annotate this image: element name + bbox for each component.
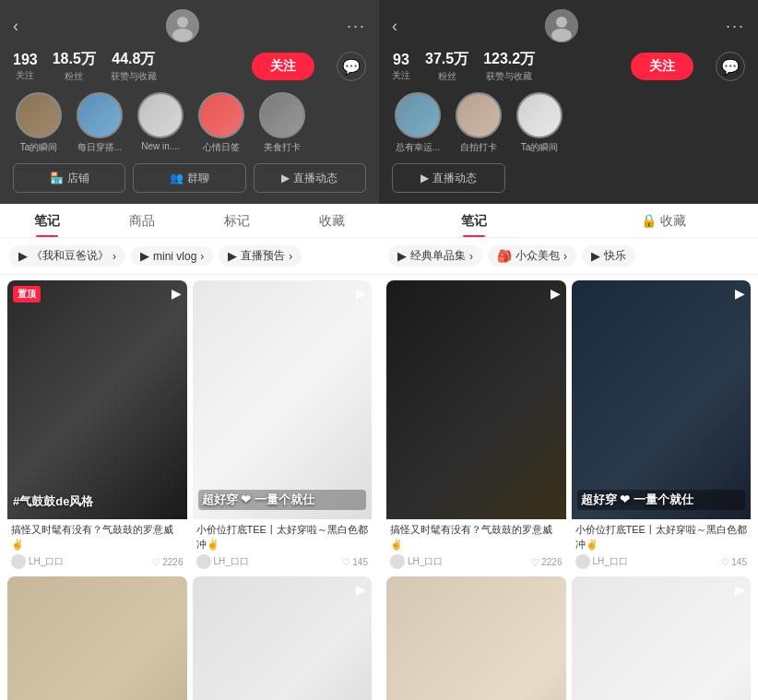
right-story-item-0[interactable]: 总有幸运... (392, 92, 444, 154)
story-item-3[interactable]: 心情日签 (195, 92, 247, 154)
right-follow-button[interactable]: 关注 (631, 53, 693, 80)
tab-tags[interactable]: 标记 (190, 204, 285, 237)
tab-products[interactable]: 商品 (95, 204, 190, 237)
back-button[interactable]: ‹ (13, 17, 18, 36)
story-item-4[interactable]: 美食打卡 (256, 92, 308, 154)
right-card-2[interactable]: 百搭小白鞋 6双百搭小白鞋！舒适好看～365天想天天都穿 梦戈 ♡ 2676 (386, 576, 566, 700)
heart-icon-1: ♡ (342, 557, 350, 567)
card-title-0: 搞怪又时髦有没有？气鼓鼓的罗意威✌ (11, 523, 184, 552)
avatar (166, 9, 199, 42)
story-item-2[interactable]: New in.... (135, 92, 186, 154)
right-heart-icon-0: ♡ (531, 557, 539, 567)
tab-notes[interactable]: 笔记 (0, 204, 95, 237)
play-icon-3: ▶ (356, 582, 366, 597)
right-more-button[interactable]: ··· (726, 17, 745, 36)
right-card-1[interactable]: ▶ 超好穿 ❤ 一量个就仕 小价位打底TEE丨太好穿啦～黑白色都冲✌ LH_口口… (572, 280, 752, 571)
stat-likes: 44.8万 获赞与收藏 (111, 50, 157, 83)
more-button[interactable]: ··· (347, 17, 366, 36)
right-card-meta-0: LH_口口 ♡ 2226 (390, 554, 563, 569)
category-0[interactable]: ▶ 《我和豆爸说》 › (9, 245, 125, 267)
category-2[interactable]: ▶ 直播预告 › (219, 245, 302, 267)
card-overlay-1: 超好穿 ❤ 一量个就仕 (198, 490, 367, 510)
play-icon-1: ▶ (356, 286, 366, 301)
badge-top: 置顶 (13, 286, 41, 303)
card-likes-0: ♡ 2226 (152, 557, 183, 567)
card-1[interactable]: ▶ 超好穿 ❤ 一量个就仕 小价位打底TEE丨太好穿啦～黑白色都冲✌ LH_口口… (193, 280, 373, 571)
card-title-1: 小价位打底TEE丨太好穿啦～黑白色都冲✌ (196, 523, 369, 552)
category-icon-0: ▶ (18, 249, 28, 263)
right-story-item-2[interactable]: Ta的瞬间 (514, 92, 565, 154)
right-author-avatar-1 (575, 554, 590, 569)
right-story-item-1[interactable]: 自拍打卡 (453, 92, 504, 154)
right-author-name-1: LH_口口 (593, 555, 628, 568)
stat-follow: 193 关注 (13, 52, 38, 82)
right-stories-row: 总有幸运... 自拍打卡 Ta的瞬间 (392, 92, 745, 154)
author-avatar-0 (11, 554, 26, 569)
stories-row: Ta的瞬间 每日穿搭... New in.... 心情日签 美食打卡 (13, 92, 366, 154)
stats-row: 193 关注 18.5万 粉丝 44.8万 获赞与收藏 关注 💬 (13, 50, 366, 83)
heart-icon-0: ♡ (152, 557, 160, 567)
right-stats-row: 93 关注 37.5万 粉丝 123.2万 获赞与收藏 关注 💬 (392, 50, 745, 83)
tab-favorites[interactable]: 收藏 (284, 204, 379, 237)
right-play-icon-3: ▶ (735, 582, 745, 597)
right-category-0[interactable]: ▶ 经典单品集 › (388, 245, 482, 267)
tabs-row: 笔记 商品 标记 收藏 (0, 204, 379, 238)
right-card-likes-1: ♡ 145 (721, 557, 747, 567)
right-message-button[interactable]: 💬 (716, 52, 745, 81)
card-2[interactable]: 百搭小白鞋 6双百搭小白鞋！舒适好看～365天想天天都穿 梦戈 ♡ 2676 (7, 576, 187, 700)
card-3[interactable]: ▶ 2.21直播预告下！首饰、靴子、包包、美护日用 梦戈 ♡ 352 (193, 576, 373, 700)
author-name-0: LH_口口 (29, 555, 64, 568)
card-meta-1: LH_口口 ♡ 145 (196, 554, 369, 569)
right-play-icon-0: ▶ (551, 286, 561, 301)
right-tab-notes[interactable]: 笔记 (379, 204, 569, 237)
author-name-1: LH_口口 (214, 555, 249, 568)
action-row: 🏪 店铺 👥 群聊 ▶ 直播动态 (13, 163, 366, 193)
right-tab-favorites[interactable]: 🔒 收藏 (569, 204, 759, 237)
right-card-0[interactable]: ▶ 搞怪又时髦有没有？气鼓鼓的罗意威✌ LH_口口 ♡ 2226 (386, 280, 566, 571)
right-category-icon-2: ▶ (591, 249, 600, 263)
category-row: ▶ 《我和豆爸说》 › ▶ mini vlog › ▶ 直播预告 › (0, 238, 379, 275)
right-tabs-row: 笔记 🔒 收藏 (379, 204, 758, 238)
stat-fans: 18.5万 粉丝 (53, 50, 96, 83)
category-1[interactable]: ▶ mini vlog › (131, 246, 213, 266)
right-card-meta-1: LH_口口 ♡ 145 (575, 554, 748, 569)
message-button[interactable]: 💬 (337, 52, 366, 81)
right-category-1[interactable]: 🎒 小众美包 › (488, 245, 576, 267)
story-item-0[interactable]: Ta的瞬间 (13, 92, 65, 154)
group-icon: 👥 (170, 172, 184, 184)
right-heart-icon-1: ♡ (721, 557, 729, 567)
live-button[interactable]: ▶ 直播动态 (254, 163, 366, 193)
card-overlay-0: #气鼓鼓de风格 (13, 493, 182, 510)
right-action-row: ▶ 直播动态 (392, 163, 745, 193)
right-avatar (545, 9, 578, 42)
right-category-2[interactable]: ▶ 快乐 (582, 245, 635, 267)
live-icon: ▶ (281, 172, 290, 184)
right-live-button[interactable]: ▶ 直播动态 (392, 163, 505, 193)
right-stat-fans: 37.5万 粉丝 (425, 50, 468, 83)
right-stat-follow: 93 关注 (392, 52, 410, 82)
author-avatar-1 (196, 554, 211, 569)
right-author-name-0: LH_口口 (408, 555, 443, 568)
right-category-icon-0: ▶ (397, 249, 407, 263)
right-play-icon-1: ▶ (735, 286, 745, 301)
card-0[interactable]: 置顶 ▶ #气鼓鼓de风格 搞怪又时髦有没有？气鼓鼓的罗意威✌ LH_口口 (7, 280, 187, 571)
right-card-overlay-1: 超好穿 ❤ 一量个就仕 (577, 490, 746, 510)
right-category-icon-1: 🎒 (497, 249, 512, 263)
svg-point-2 (172, 29, 193, 42)
right-card-likes-0: ♡ 2226 (531, 557, 562, 567)
story-item-1[interactable]: 每日穿搭... (74, 92, 125, 154)
right-card-3[interactable]: ▶ 2.21直播预告下！首饰、靴子、包包、美护日用 梦戈 ♡ 352 (572, 576, 752, 700)
right-stat-likes: 123.2万 获赞与收藏 (483, 50, 535, 83)
category-icon-2: ▶ (228, 249, 237, 263)
right-category-row: ▶ 经典单品集 › 🎒 小众美包 › ▶ 快乐 (379, 238, 758, 275)
svg-point-1 (177, 17, 188, 28)
play-icon: ▶ (172, 286, 182, 301)
follow-button[interactable]: 关注 (252, 53, 314, 80)
content-grid: 置顶 ▶ #气鼓鼓de风格 搞怪又时髦有没有？气鼓鼓的罗意威✌ LH_口口 (0, 275, 379, 700)
right-content-grid: ▶ 搞怪又时髦有没有？气鼓鼓的罗意威✌ LH_口口 ♡ 2226 (379, 275, 758, 700)
svg-point-5 (551, 29, 572, 42)
category-icon-1: ▶ (140, 249, 149, 263)
group-button[interactable]: 👥 群聊 (133, 163, 245, 193)
right-back-button[interactable]: ‹ (392, 17, 397, 36)
shop-button[interactable]: 🏪 店铺 (13, 163, 125, 193)
